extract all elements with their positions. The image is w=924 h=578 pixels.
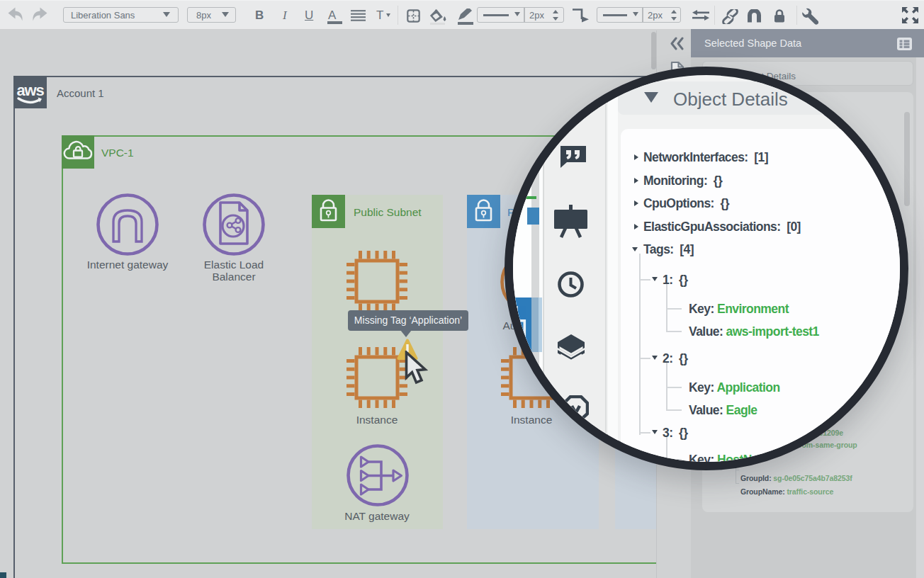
svg-text:aws: aws (17, 81, 45, 99)
